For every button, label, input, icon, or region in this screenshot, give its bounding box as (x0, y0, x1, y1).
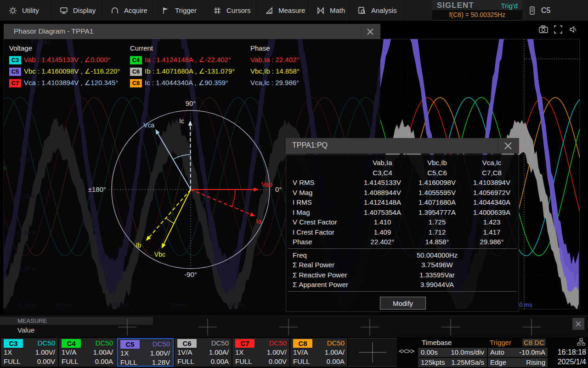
pq-row-v-mag: V Mag1.4088944V1.4055595V1.4056972V (286, 188, 519, 198)
next-channel-slot[interactable] (348, 338, 397, 367)
readings-column-header: Voltage (9, 44, 120, 52)
pq-row-i-mag: I Mag1.4075354A1.3954777A1.4000639A (286, 207, 519, 218)
channel-bandwidth: FULL (293, 357, 310, 365)
phasor-window-title: Phasor Diagram - TPPA1 (14, 27, 93, 35)
measure-empty-slot[interactable] (198, 318, 218, 336)
pq-separator (288, 291, 517, 292)
pq-dialog-close-button[interactable] (498, 139, 518, 152)
channel-badge: C6 (177, 339, 197, 348)
channel-coupling: DC50 (38, 339, 55, 347)
menu-item-label: Trigger (175, 6, 197, 14)
channel-bandwidth: FULL (177, 357, 194, 365)
phasor-window-titlebar[interactable]: Phasor Diagram - TPPA1 (4, 24, 380, 39)
pq-value: 1.4103894V (464, 178, 519, 186)
pq-value: 29.986° (464, 238, 519, 246)
readings-column-header: Current (130, 44, 235, 52)
active-channel-indicator[interactable]: C5 (528, 0, 550, 21)
menu-item-measure[interactable]: Measure (256, 0, 308, 21)
channel-probe: 1V/A (177, 348, 192, 356)
pq-summary-value: 1.33595Var (355, 271, 519, 279)
pq-channel-header: C3,C4 (355, 169, 410, 177)
channel-box-c4[interactable]: C4DC501V/A1.00A/FULL0.00A (59, 338, 116, 367)
phasor-window-close-button[interactable] (361, 25, 379, 38)
channel-box-c3[interactable]: C3DC501X1.00V/FULL0.00V (1, 338, 58, 367)
menu-item-trigger[interactable]: Trigger (153, 0, 204, 21)
timebase-row-2: 125kpts1.25MSa/s (418, 358, 487, 367)
cursors-icon (213, 6, 222, 15)
network-icon[interactable] (577, 338, 585, 346)
channel-offset: 0.00V (37, 357, 55, 365)
pq-summary-label: Σ Real Power (286, 261, 355, 269)
voltage-reading-row: C3Vab : 1.4145133V , ∠0.000° (9, 55, 120, 66)
horizontal-nav-control[interactable]: <<>> (399, 347, 414, 356)
active-channel-label: C5 (541, 6, 550, 15)
phasor-vector-ib: Ib (136, 190, 191, 249)
phasor-axis-label: 0° (275, 185, 282, 193)
trigger-row-1: Auto-10.0mA (488, 348, 548, 357)
measure-close-button[interactable] (572, 318, 584, 330)
phase-reading-row: Vab,Ia : 22.402° (250, 55, 300, 66)
pq-value: 1.4056972V (464, 189, 519, 196)
measure-empty-slot[interactable] (441, 318, 461, 336)
pq-dialog-titlebar[interactable]: TPPA1:PQ (286, 138, 519, 154)
pq-row-label: I RMS (286, 198, 355, 206)
analysis-icon (357, 6, 367, 15)
phasor-vector-label: Vca (143, 121, 154, 129)
phasor-axis-label: 90° (186, 99, 196, 107)
pq-value: 1.4071680A (410, 198, 464, 206)
measure-empty-slot[interactable] (117, 318, 137, 336)
channel-badge: C7 (235, 339, 254, 348)
menu-item-cursors[interactable]: Cursors (204, 0, 256, 21)
pq-value: 1.725 (410, 218, 464, 226)
camera-icon[interactable] (538, 24, 548, 34)
menu-item-acquire[interactable]: Acquire (102, 0, 153, 21)
timebase-panel[interactable]: Timebase0.00s10.0ms/div125kpts1.25MSa/s (418, 337, 487, 368)
menu-item-label: Analysis (371, 6, 397, 14)
phasor-axis-label: -90° (184, 270, 197, 278)
fullscreen-icon[interactable] (553, 24, 563, 34)
menu-item-math[interactable]: Math (308, 0, 349, 21)
sound-icon[interactable] (568, 24, 578, 34)
reading-text: Ib : 1.4071680A , ∠-131.079° (145, 67, 235, 75)
pq-table: Vab,IaVbc,IbVca,IcC3,C4C5,C6C7,C8V RMS1.… (286, 155, 519, 292)
measure-empty-slot[interactable] (278, 318, 299, 336)
menu-item-utility[interactable]: Utility (0, 0, 51, 21)
menu-item-display[interactable]: Display (51, 0, 102, 21)
trigger-panel[interactable]: TriggerC8 DCAuto-10.0mAEdgeRising (488, 337, 548, 368)
oscilloscope-screen: TPPAsTPPA1:PQ-1.28 V-2.28 V-3.28 V-4.28 … (0, 0, 588, 368)
phasor-vector-label: Ia (256, 218, 262, 225)
channel-probe: 1V/A (62, 348, 77, 356)
pq-summary-label: Σ Reactive Power (286, 271, 355, 279)
channel-box-c8[interactable]: C8DC501V/A1.00A/FULL0.00A (290, 338, 347, 367)
channel-offset: 0.00A (95, 357, 113, 365)
modify-button[interactable]: Modify (380, 297, 426, 310)
bottom-status-bar: C3DC501X1.00V/FULL0.00VC4DC501V/A1.00A/F… (0, 337, 588, 368)
gear-icon (8, 6, 17, 15)
channel-box-c6[interactable]: C6DC501V/A1.00A/FULL0.00A (175, 338, 232, 367)
pq-value: 1.423 (464, 218, 519, 226)
channel-box-c7[interactable]: C7DC501X1.00V/FULL0.00V (232, 338, 289, 367)
reading-text: Vab : 1.4145133V , ∠0.000° (24, 56, 110, 63)
phasor-vector-ic: Ic (179, 117, 192, 190)
pq-separator (288, 248, 517, 249)
channel-badge: C3 (9, 56, 21, 64)
trigger-mode: Auto (490, 348, 504, 356)
timebase-scale: 10.0ms/div (451, 348, 484, 356)
brand-logo: SIGLENT (437, 1, 474, 10)
trigger-slope: Rising (526, 358, 545, 366)
channel-scale: 1.00A/ (325, 348, 345, 356)
trigger-status: Trig'd (501, 2, 518, 10)
measure-empty-slot[interactable] (360, 318, 380, 336)
measure-empty-slot[interactable] (521, 318, 542, 336)
channel-box-c5[interactable]: C5DC501X1.00V/FULL1.28V (117, 338, 174, 367)
pq-summary-value: 3.99044VA (355, 281, 519, 288)
menu-item-analysis[interactable]: Analysis (349, 0, 404, 21)
pq-summary-label: Freq (286, 251, 355, 259)
trigger-type: Edge (490, 358, 506, 366)
pq-channel-header: C7,C8 (464, 169, 519, 177)
pq-value: 1.4055595V (410, 189, 464, 196)
pq-value: 1.4088944V (355, 189, 410, 196)
channel-probe: 1V/A (293, 348, 308, 356)
pq-summary-freq: Freq50.004000Hz (286, 250, 519, 260)
channel-probe: 1X (235, 348, 243, 356)
